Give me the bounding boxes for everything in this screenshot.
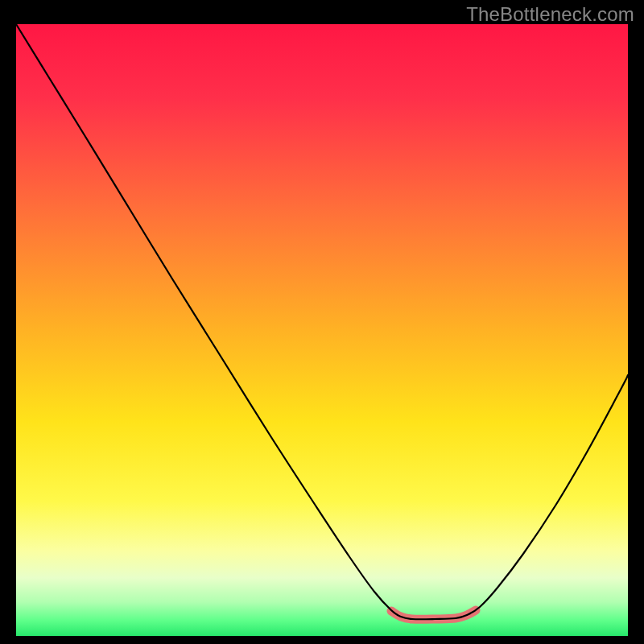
bottleneck-chart	[0, 0, 644, 644]
watermark-text: TheBottleneck.com	[466, 3, 634, 26]
gradient-background	[16, 24, 628, 636]
chart-container: { "watermark": "TheBottleneck.com", "cha…	[0, 0, 644, 644]
